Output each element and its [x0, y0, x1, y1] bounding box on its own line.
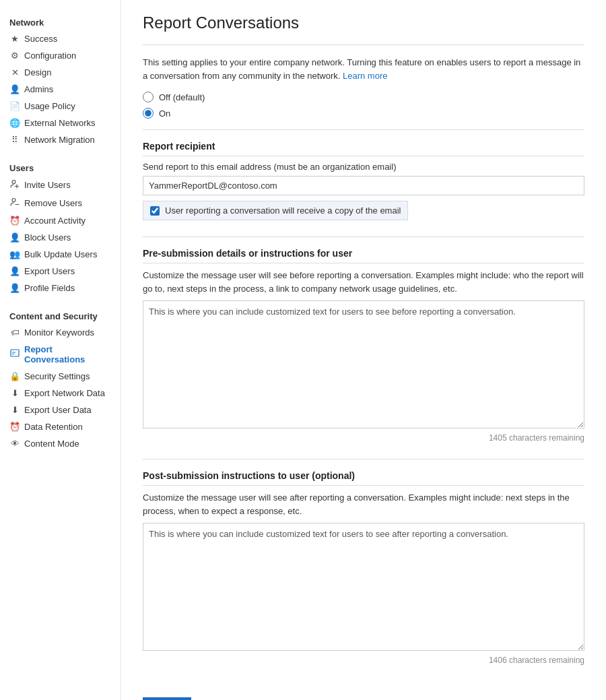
post-submission-header: Post-submission instructions to user (op… [143, 470, 584, 486]
sidebar-item-label: Invite Users [24, 180, 71, 190]
pre-submission-textarea[interactable]: This is where you can include customized… [143, 300, 584, 428]
email-field-label: Send report to this email address (must … [143, 162, 584, 172]
copy-checkbox-row[interactable]: User reporting a conversation will recei… [143, 201, 408, 220]
document-icon: 📄 [9, 101, 20, 111]
sidebar-section-content-security: Content and Security [0, 305, 121, 324]
sidebar-item-label: Content Mode [24, 439, 79, 449]
block-user-icon: 👤 [9, 232, 20, 243]
sidebar-item-label: Data Retention [24, 422, 83, 432]
radio-off-label: Off (default) [159, 92, 205, 102]
radio-off-input[interactable] [143, 92, 154, 102]
email-input[interactable] [143, 176, 584, 195]
sidebar-item-label: Profile Fields [24, 283, 75, 293]
sidebar-item-label: Remove Users [24, 198, 82, 208]
report-recipient-section: Report recipient Send report to this ema… [143, 141, 584, 220]
sidebar-section-network: Network [0, 11, 121, 30]
app-layout: Network ★ Success ⚙ Configuration ✕ Desi… [0, 0, 606, 700]
tag-icon: 🏷 [9, 327, 20, 338]
sidebar-item-network-migration[interactable]: ⠿ Network Migration [0, 131, 121, 148]
sidebar-item-label: Account Activity [24, 216, 86, 226]
sidebar-item-label: Block Users [24, 232, 71, 243]
pre-submission-section: Pre-submission details or instructions f… [143, 248, 584, 443]
user-icon: 👤 [9, 84, 20, 94]
download2-icon: ⬇ [9, 405, 20, 415]
section-divider-2 [143, 236, 584, 237]
sidebar-item-label: Usage Policy [24, 101, 75, 111]
sidebar-item-security-settings[interactable]: 🔒 Security Settings [0, 368, 121, 385]
sidebar-item-success[interactable]: ★ Success [0, 30, 121, 47]
svg-rect-5 [11, 350, 19, 356]
bulk-user-icon: 👥 [9, 249, 20, 259]
title-divider [143, 44, 584, 45]
sidebar-item-label: Configuration [24, 51, 76, 61]
download-icon: ⬇ [9, 388, 20, 398]
sidebar-item-configuration[interactable]: ⚙ Configuration [0, 47, 121, 64]
sidebar-item-usage-policy[interactable]: 📄 Usage Policy [0, 98, 121, 115]
migration-icon: ⠿ [9, 135, 20, 145]
sidebar-item-label: External Networks [24, 118, 95, 128]
pre-submission-char-count: 1405 characters remaining [143, 433, 584, 443]
sidebar-item-bulk-update-users[interactable]: 👥 Bulk Update Users [0, 246, 121, 263]
sidebar-item-invite-users[interactable]: Invite Users [0, 176, 121, 194]
remove-user-icon [9, 197, 20, 209]
report-recipient-header: Report recipient [143, 141, 584, 156]
sidebar-item-export-network-data[interactable]: ⬇ Export Network Data [0, 385, 121, 402]
radio-on-input[interactable] [143, 108, 154, 119]
page-title: Report Conversations [143, 13, 584, 32]
post-submission-textarea[interactable]: This is where you can include customized… [143, 523, 584, 651]
sidebar-item-data-retention[interactable]: ⏰ Data Retention [0, 418, 121, 435]
sidebar-item-monitor-keywords[interactable]: 🏷 Monitor Keywords [0, 324, 121, 341]
report-icon [9, 349, 20, 360]
invite-user-icon [9, 179, 20, 191]
sidebar-item-label: Security Settings [24, 371, 90, 381]
sidebar-item-design[interactable]: ✕ Design [0, 64, 121, 81]
intro-description: This setting applies to your entire comp… [143, 56, 584, 82]
copy-checkbox-label: User reporting a conversation will recei… [165, 205, 401, 216]
post-submission-description: Customize the message user will see afte… [143, 491, 584, 517]
main-content: Report Conversations This setting applie… [121, 0, 606, 700]
sidebar-item-admins[interactable]: 👤 Admins [0, 81, 121, 98]
star-icon: ★ [9, 34, 20, 44]
sidebar-item-label: Success [24, 34, 57, 44]
sidebar-item-label: Network Migration [24, 135, 95, 145]
clock-icon: ⏰ [9, 216, 20, 226]
sidebar-item-label: Monitor Keywords [24, 327, 94, 338]
sidebar-item-export-user-data[interactable]: ⬇ Export User Data [0, 402, 121, 418]
sidebar-item-account-activity[interactable]: ⏰ Account Activity [0, 212, 121, 229]
pre-submission-description: Customize the message user will see befo… [143, 269, 584, 295]
sidebar-item-label: Export Users [24, 266, 75, 276]
save-button[interactable]: Save [143, 697, 191, 700]
sidebar-item-block-users[interactable]: 👤 Block Users [0, 229, 121, 246]
retention-icon: ⏰ [9, 422, 20, 432]
export-user-icon: 👤 [9, 266, 20, 276]
sidebar-item-profile-fields[interactable]: 👤 Profile Fields [0, 280, 121, 296]
sidebar-item-label: Bulk Update Users [24, 249, 97, 259]
post-submission-section: Post-submission instructions to user (op… [143, 470, 584, 665]
radio-off-option[interactable]: Off (default) [143, 92, 584, 102]
design-icon: ✕ [9, 67, 20, 77]
pre-submission-header: Pre-submission details or instructions f… [143, 248, 584, 263]
sidebar-item-export-users[interactable]: 👤 Export Users [0, 263, 121, 280]
learn-more-link[interactable]: Learn more [343, 71, 387, 81]
radio-on-option[interactable]: On [143, 108, 584, 119]
section-divider-3 [143, 459, 584, 459]
sidebar-item-label: Export Network Data [24, 388, 105, 398]
post-submission-textarea-block: This is where you can include customized… [143, 523, 584, 665]
feature-toggle-group: Off (default) On [143, 92, 584, 119]
post-submission-char-count: 1406 characters remaining [143, 656, 584, 665]
lock-icon: 🔒 [9, 371, 20, 381]
gear-icon: ⚙ [9, 51, 20, 61]
sidebar-item-report-conversations[interactable]: Report Conversations [0, 341, 121, 368]
svg-point-0 [12, 181, 15, 184]
sidebar: Network ★ Success ⚙ Configuration ✕ Desi… [0, 0, 121, 700]
globe-icon: 🌐 [9, 118, 20, 128]
copy-checkbox[interactable] [150, 206, 160, 216]
radio-on-label: On [159, 108, 170, 119]
section-divider-1 [143, 129, 584, 130]
sidebar-item-label: Admins [24, 84, 53, 94]
sidebar-item-content-mode[interactable]: 👁 Content Mode [0, 435, 121, 452]
sidebar-section-users: Users [0, 156, 121, 176]
sidebar-item-external-networks[interactable]: 🌐 External Networks [0, 115, 121, 131]
sidebar-item-remove-users[interactable]: Remove Users [0, 194, 121, 212]
pre-submission-textarea-block: This is where you can include customized… [143, 300, 584, 443]
